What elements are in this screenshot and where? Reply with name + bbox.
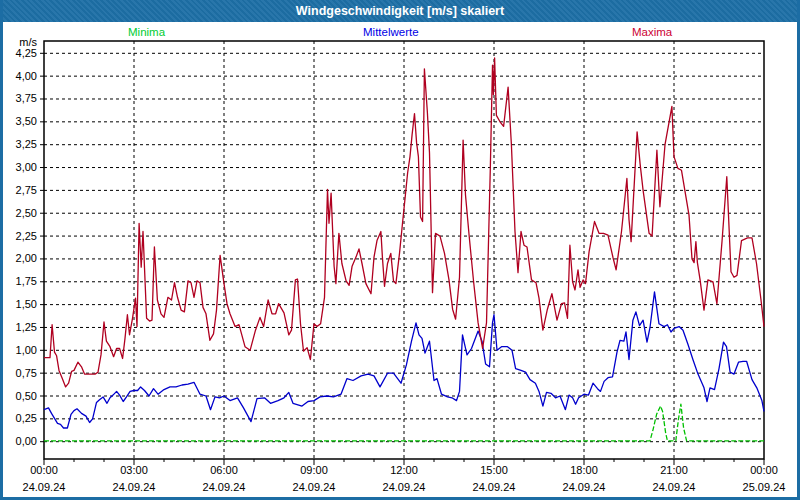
plot-svg <box>3 0 797 500</box>
chart-window: Windgeschwindigkeit [m/s] skaliert Minim… <box>0 0 800 500</box>
